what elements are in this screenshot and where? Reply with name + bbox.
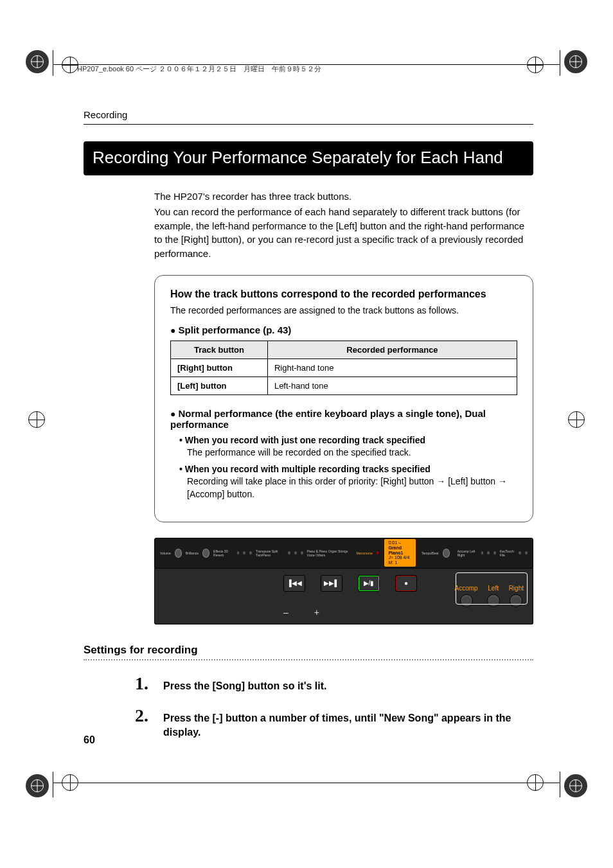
crosshair-icon	[28, 411, 45, 428]
horizontal-rule	[84, 124, 533, 125]
normal-heading: ●Normal performance (the entire keyboard…	[170, 408, 517, 430]
led-icon	[493, 551, 496, 554]
info-box: How the track buttons correspond to the …	[154, 275, 533, 522]
panel-figure: Volume Brilliance Effects 3D Reverb Tran…	[154, 538, 533, 624]
forward-button: ▶▶▌	[321, 575, 342, 592]
callout-box	[456, 572, 528, 605]
table-header: Track button	[171, 341, 268, 359]
knob-icon	[443, 549, 450, 558]
table-cell: [Right] button	[171, 359, 268, 376]
table-header: Recorded performance	[267, 341, 517, 359]
panel-bottom: ▐◀◀ ▶▶▌ ▶/▮ ● –+ Accomp Left Right	[154, 569, 533, 624]
registration-mark-icon	[564, 774, 587, 797]
split-heading: ●Split performance (p. 43)	[170, 324, 517, 335]
led-icon	[519, 551, 521, 554]
led-icon	[288, 551, 290, 554]
intro-text: The HP207's recorder has three track but…	[154, 190, 533, 261]
rewind-button: ▐◀◀	[283, 575, 305, 592]
led-icon	[237, 551, 240, 554]
subsection-heading: Settings for recording	[84, 644, 533, 657]
crosshair-icon	[527, 57, 544, 73]
lcd-display: 0:01 – Grand Piano1 J= 108 4/4 M: 1	[384, 539, 416, 566]
plus-minus: –+	[283, 607, 319, 617]
page-number: 60	[84, 734, 95, 746]
intro-line: The HP207's recorder has three track but…	[154, 190, 533, 204]
table-cell: Right-hand tone	[267, 359, 517, 376]
step-item: 2. Press the [-] button a number of time…	[135, 705, 533, 740]
table-row: [Right] button Right-hand tone	[171, 359, 517, 376]
knob-icon	[175, 549, 182, 558]
step-number: 2.	[135, 705, 154, 726]
registration-mark-icon	[26, 774, 49, 797]
step-number: 1.	[135, 673, 154, 694]
play-stop-button: ▶/▮	[358, 575, 380, 592]
led-icon	[525, 551, 528, 554]
table-row: [Left] button Left-hand tone	[171, 376, 517, 394]
registration-mark-icon	[26, 50, 49, 73]
step-text: Press the [-] button a number of times, …	[163, 711, 533, 740]
crop-line	[53, 772, 53, 797]
sub-text: The performance will be recorded on the …	[187, 447, 517, 459]
led-icon	[481, 551, 484, 554]
crosshair-icon	[62, 57, 78, 73]
print-header: HP207_e.book 60 ページ ２００６年１２月２５日 月曜日 午前９時…	[77, 64, 321, 74]
steps-list: 1. Press the [Song] button so it's lit. …	[135, 673, 533, 740]
track-table: Track button Recorded performance [Right…	[170, 341, 517, 395]
sub-text: Recording will take place in this order …	[187, 475, 517, 500]
transport-group: ▐◀◀ ▶▶▌ ▶/▮ ●	[283, 575, 417, 592]
section-label: Recording	[84, 109, 533, 120]
panel-top: Volume Brilliance Effects 3D Reverb Tran…	[154, 538, 533, 569]
step-item: 1. Press the [Song] button so it's lit.	[135, 673, 533, 694]
led-icon	[243, 551, 245, 554]
table-cell: [Left] button	[171, 376, 268, 394]
info-desc: The recorded performances are assigned t…	[170, 305, 517, 315]
crop-line	[560, 50, 560, 76]
intro-line: You can record the performance of each h…	[154, 205, 533, 261]
led-icon	[301, 551, 303, 554]
knob-icon	[202, 549, 209, 558]
sub-bullet: When you record with multiple recording …	[179, 464, 517, 474]
record-button: ●	[395, 575, 417, 592]
led-icon	[249, 551, 252, 554]
page-content: Recording Recording Your Performance Sep…	[84, 109, 533, 751]
table-cell: Left-hand tone	[267, 376, 517, 394]
led-icon	[377, 551, 379, 554]
step-text: Press the [Song] button so it's lit.	[163, 679, 326, 693]
crosshair-icon	[568, 411, 585, 428]
crop-line	[560, 772, 560, 797]
registration-mark-icon	[564, 50, 587, 73]
page-title: Recording Your Performance Separately fo…	[84, 141, 533, 175]
dotted-rule	[84, 659, 533, 660]
table-header-row: Track button Recorded performance	[171, 341, 517, 359]
crop-line	[53, 783, 560, 783]
sub-bullet: When you record with just one recording …	[179, 435, 517, 445]
led-icon	[487, 551, 490, 554]
led-icon	[294, 551, 297, 554]
info-heading: How the track buttons correspond to the …	[170, 288, 517, 300]
crop-line	[53, 50, 53, 76]
